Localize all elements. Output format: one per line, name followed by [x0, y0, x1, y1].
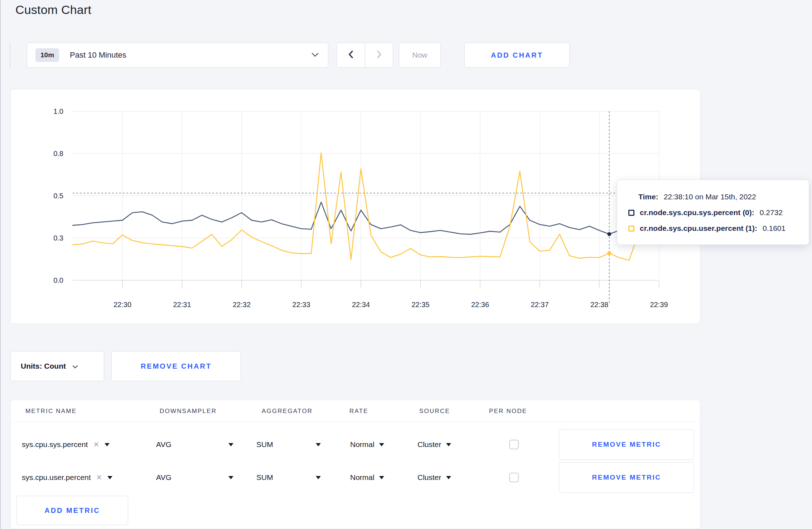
metric-name-select[interactable]: sys.cpu.sys.percent ✕	[22, 440, 110, 449]
svg-text:22:30: 22:30	[113, 301, 131, 309]
units-dropdown[interactable]: Units: Count	[10, 351, 104, 381]
tooltip-series-label: cr.node.sys.cpu.user.percent (1):	[640, 224, 757, 233]
series-user-swatch-icon	[628, 225, 634, 232]
aggregator-value: SUM	[256, 473, 273, 482]
clear-metric-icon[interactable]: ✕	[96, 473, 102, 482]
metric-name-value: sys.cpu.user.percent	[22, 473, 91, 482]
toolbar-divider	[10, 43, 10, 68]
source-value: Cluster	[417, 440, 441, 449]
svg-text:0.5: 0.5	[53, 192, 63, 200]
metrics-table-header: METRIC NAME DOWNSAMPLER AGGREGATOR RATE …	[11, 400, 700, 422]
rate-value: Normal	[350, 473, 374, 482]
svg-text:22:36: 22:36	[471, 301, 489, 309]
tooltip-series-row: cr.node.sys.cpu.sys.percent (0): 0.2732	[628, 205, 802, 220]
time-pager	[337, 43, 393, 68]
tooltip-series-row: cr.node.sys.cpu.user.percent (1): 0.1601	[628, 220, 802, 236]
add-chart-button[interactable]: ADD CHART	[464, 43, 570, 68]
source-select[interactable]: Cluster	[417, 440, 451, 449]
caret-down-icon	[228, 476, 233, 479]
svg-text:22:37: 22:37	[531, 301, 548, 309]
downsampler-select[interactable]: AVG	[156, 440, 233, 449]
col-header-downsampler: DOWNSAMPLER	[160, 408, 217, 415]
clear-metric-icon[interactable]: ✕	[93, 440, 99, 449]
svg-text:22:31: 22:31	[173, 301, 191, 309]
tooltip-time-label: Time:	[638, 193, 658, 201]
page-left-edge	[0, 0, 1, 529]
time-window-dropdown[interactable]: 10m Past 10 Minutes	[27, 43, 328, 68]
caret-down-icon	[107, 476, 112, 479]
metrics-table: METRIC NAME DOWNSAMPLER AGGREGATOR RATE …	[10, 400, 700, 529]
metric-name-value: sys.cpu.sys.percent	[22, 440, 88, 449]
svg-text:0.0: 0.0	[53, 276, 63, 284]
chart-card: 0.00.30.50.81.022:3022:3122:3222:3322:34…	[10, 89, 700, 324]
chevron-right-icon	[375, 50, 383, 60]
custom-chart-page: Custom Chart 10m Past 10 Minutes Now ADD…	[0, 0, 812, 529]
svg-text:22:33: 22:33	[292, 301, 310, 309]
svg-text:0.8: 0.8	[53, 150, 63, 157]
tooltip-time-value: 22:38:10 on Mar 15th, 2022	[664, 193, 756, 201]
tooltip-series-value: 0.2732	[760, 208, 783, 217]
rate-select[interactable]: Normal	[350, 440, 384, 449]
remove-metric-button[interactable]: REMOVE METRIC	[559, 462, 694, 493]
aggregator-select[interactable]: SUM	[256, 473, 321, 482]
per-node-checkbox[interactable]	[509, 440, 519, 450]
chevron-left-icon	[347, 50, 355, 60]
aggregator-select[interactable]: SUM	[256, 440, 321, 449]
caret-down-icon	[379, 476, 384, 479]
chevron-down-icon	[311, 52, 319, 58]
metric-name-select[interactable]: sys.cpu.user.percent ✕	[22, 473, 112, 482]
remove-chart-button[interactable]: REMOVE CHART	[111, 351, 241, 381]
caret-down-icon	[379, 443, 384, 446]
svg-text:22:38: 22:38	[590, 301, 608, 309]
caret-down-icon	[316, 443, 321, 446]
tooltip-series-label: cr.node.sys.cpu.sys.percent (0):	[640, 208, 754, 217]
svg-text:1.0: 1.0	[53, 107, 63, 115]
col-header-aggregator: AGGREGATOR	[262, 408, 313, 415]
downsampler-value: AVG	[156, 440, 171, 449]
col-header-per-node: PER NODE	[489, 408, 527, 415]
caret-down-icon	[316, 476, 321, 479]
downsampler-select[interactable]: AVG	[156, 473, 233, 482]
chart-tooltip: Time: 22:38:10 on Mar 15th, 2022 cr.node…	[617, 180, 809, 245]
source-select[interactable]: Cluster	[417, 473, 451, 482]
metric-row: sys.cpu.user.percent ✕ AVG SUM Normal Cl…	[11, 462, 700, 493]
chevron-down-icon	[72, 362, 78, 370]
tooltip-series-value: 0.1601	[763, 224, 786, 233]
svg-text:22:32: 22:32	[233, 301, 251, 309]
timeseries-chart[interactable]: 0.00.30.50.81.022:3022:3122:3222:3322:34…	[11, 89, 700, 324]
aggregator-value: SUM	[256, 440, 273, 449]
remove-metric-button[interactable]: REMOVE METRIC	[559, 429, 694, 460]
next-time-button[interactable]	[365, 43, 393, 67]
source-value: Cluster	[417, 473, 441, 482]
now-button[interactable]: Now	[399, 43, 441, 68]
prev-time-button[interactable]	[337, 43, 365, 67]
rate-value: Normal	[350, 440, 374, 449]
col-header-rate: RATE	[349, 408, 368, 415]
downsampler-value: AVG	[156, 473, 171, 482]
add-metric-button[interactable]: ADD METRIC	[16, 496, 128, 525]
tooltip-time-row: Time: 22:38:10 on Mar 15th, 2022	[628, 189, 802, 205]
time-window-badge: 10m	[35, 48, 59, 62]
svg-text:0.3: 0.3	[53, 234, 63, 242]
page-title: Custom Chart	[15, 3, 91, 17]
metric-row: sys.cpu.sys.percent ✕ AVG SUM Normal Clu…	[11, 429, 700, 460]
col-header-source: SOURCE	[419, 408, 450, 415]
svg-text:22:35: 22:35	[411, 301, 429, 309]
svg-text:22:34: 22:34	[352, 301, 370, 309]
col-header-metric-name: METRIC NAME	[25, 408, 77, 415]
rate-select[interactable]: Normal	[350, 473, 384, 482]
caret-down-icon	[446, 476, 451, 479]
caret-down-icon	[228, 443, 233, 446]
units-label: Units: Count	[21, 362, 66, 370]
per-node-checkbox[interactable]	[509, 473, 519, 482]
series-sys-swatch-icon	[628, 210, 634, 216]
svg-text:22:39: 22:39	[650, 301, 668, 309]
time-window-label: Past 10 Minutes	[70, 50, 126, 60]
caret-down-icon	[105, 443, 110, 446]
caret-down-icon	[446, 443, 451, 446]
